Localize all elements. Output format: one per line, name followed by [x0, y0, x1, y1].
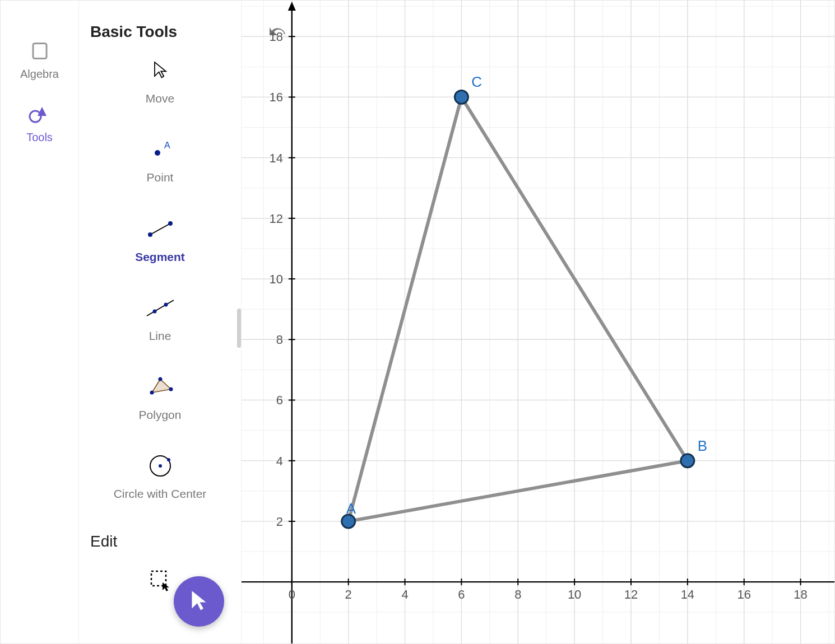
tool-circle[interactable]: Circle with Center	[90, 453, 230, 501]
tool-circle-label: Circle with Center	[114, 487, 207, 501]
svg-line-16	[147, 300, 174, 316]
rail-tools[interactable]: Tools	[26, 103, 53, 144]
calculator-icon	[29, 40, 51, 62]
point-C[interactable]	[454, 90, 468, 104]
y-tick-label: 4	[276, 454, 283, 468]
svg-point-21	[169, 388, 173, 391]
svg-rect-0	[33, 44, 47, 59]
point-B[interactable]	[681, 454, 694, 468]
point-label-A: A	[346, 501, 356, 516]
tool-line-label: Line	[149, 329, 171, 343]
tool-move[interactable]: Move	[90, 58, 230, 106]
basic-tools-header: Basic Tools	[90, 23, 230, 41]
segment-icon	[147, 216, 174, 242]
x-tick-label: 12	[624, 587, 638, 601]
x-tick-label: 18	[794, 587, 807, 601]
coordinate-plane[interactable]: 02468101214161824681012141618ABC	[242, 1, 834, 643]
line-icon	[146, 295, 175, 321]
graph-canvas[interactable]: 02468101214161824681012141618ABC	[242, 1, 834, 643]
svg-point-15	[168, 221, 173, 226]
svg-point-20	[158, 377, 162, 381]
x-tick-label: 6	[458, 587, 465, 601]
tool-polygon-label: Polygon	[139, 408, 182, 422]
cursor-filled-icon	[188, 589, 210, 614]
polygon-icon	[146, 374, 174, 400]
point-label-C: C	[471, 74, 482, 90]
circle-icon	[147, 453, 173, 479]
shapes-icon	[28, 103, 50, 125]
move-tool-fab[interactable]	[174, 576, 224, 627]
rail-algebra-label: Algebra	[20, 68, 59, 81]
point-label-B: B	[698, 438, 707, 454]
svg-point-11	[155, 150, 160, 156]
svg-text:A: A	[164, 141, 170, 150]
svg-point-17	[152, 309, 156, 313]
svg-point-14	[148, 232, 152, 237]
tool-move-label: Move	[146, 91, 174, 106]
x-tick-label: 4	[401, 587, 408, 601]
x-tick-label: 8	[514, 587, 521, 601]
rail-algebra[interactable]: Algebra	[20, 40, 59, 81]
edit-section-header: Edit	[90, 533, 230, 550]
x-tick-label: 16	[737, 587, 751, 601]
rail-tools-label: Tools	[26, 131, 53, 144]
svg-point-24	[167, 458, 170, 461]
y-tick-label: 16	[269, 90, 282, 104]
point-A[interactable]	[342, 515, 355, 528]
x-tick-label: 2	[345, 587, 352, 601]
y-tick-label: 18	[269, 30, 282, 44]
cursor-icon	[152, 58, 169, 83]
view-rail: Algebra Tools	[1, 1, 79, 643]
tool-segment-label: Segment	[135, 250, 185, 264]
point-icon: A	[149, 137, 172, 162]
y-tick-label: 10	[269, 272, 282, 286]
svg-line-13	[150, 223, 170, 235]
svg-point-19	[150, 391, 154, 395]
y-tick-label: 12	[269, 212, 282, 226]
y-tick-label: 2	[276, 515, 283, 529]
svg-point-18	[164, 302, 168, 306]
y-tick-label: 6	[276, 393, 283, 407]
tool-line[interactable]: Line	[90, 295, 230, 343]
svg-point-23	[159, 464, 162, 468]
x-tick-label: 0	[289, 587, 295, 601]
tool-point[interactable]: A Point	[90, 137, 230, 185]
tool-point-label: Point	[147, 170, 174, 185]
x-tick-label: 10	[568, 587, 581, 601]
scrollbar-thumb[interactable]	[237, 309, 241, 348]
tool-segment[interactable]: Segment	[90, 216, 230, 264]
y-tick-label: 8	[276, 333, 283, 347]
select-icon	[148, 567, 173, 593]
y-tick-label: 14	[269, 151, 282, 165]
tools-panel: Basic Tools Move A Point	[79, 1, 242, 643]
x-tick-label: 14	[681, 587, 694, 601]
tool-polygon[interactable]: Polygon	[90, 374, 230, 422]
